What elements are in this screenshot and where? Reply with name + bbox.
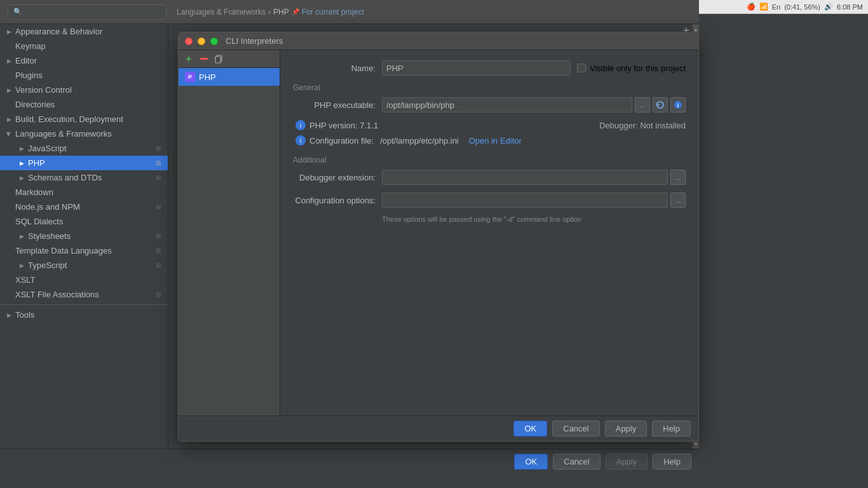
name-label: Name:: [293, 64, 376, 73]
sidebar-item-directories[interactable]: Directories: [0, 97, 168, 112]
sidebar-label: Stylesheets: [28, 231, 71, 241]
sidebar-item-languages[interactable]: ▶ Languages & Frameworks: [0, 126, 168, 141]
sidebar-item-markdown[interactable]: Markdown: [0, 185, 168, 200]
minimize-window-button[interactable]: [198, 37, 205, 45]
settings-apply-button[interactable]: Apply: [606, 454, 648, 470]
sidebar-item-editor[interactable]: ▶ Editor: [0, 53, 168, 68]
sidebar-item-xslt-file[interactable]: XSLT File Associations ⊞: [0, 287, 168, 302]
remove-interpreter-button[interactable]: [198, 53, 210, 65]
badge-icon: ⊞: [154, 232, 163, 241]
breadcrumb-parent: Languages & Frameworks: [177, 8, 266, 17]
settings-header: 🔍 Languages & Frameworks › PHP 📌 For cur…: [0, 0, 699, 24]
sidebar-item-php[interactable]: ▶ PHP ⊞: [0, 156, 168, 170]
php-executable-row: PHP executable: ...: [293, 97, 686, 112]
sidebar-label: XSLT: [15, 275, 36, 285]
add-interpreter-button[interactable]: +: [182, 53, 195, 65]
settings-bottom-bar: OK Cancel Apply Help: [0, 449, 699, 474]
php-executable-help-button[interactable]: i: [670, 97, 686, 112]
sidebar-item-javascript[interactable]: ▶ JavaScript ⊞: [0, 141, 168, 156]
debugger-extension-input[interactable]: [382, 170, 668, 185]
close-window-button[interactable]: [185, 37, 193, 45]
dialog-cancel-button[interactable]: Cancel: [552, 421, 599, 437]
settings-ok-button[interactable]: OK: [514, 454, 548, 470]
php-executable-input-group: ... i: [382, 97, 686, 112]
sidebar-label: Markdown: [15, 187, 53, 197]
interpreter-list: P PHP: [179, 68, 280, 416]
debugger-extension-browse-button[interactable]: ...: [670, 170, 686, 185]
visible-only-checkbox[interactable]: [577, 64, 586, 72]
sidebar-item-sql[interactable]: SQL Dialects: [0, 214, 168, 229]
sidebar-label: Version Control: [15, 85, 72, 95]
info-icon: i: [295, 120, 306, 130]
config-options-label: Configuration options:: [293, 196, 376, 205]
sidebar-item-appearance[interactable]: ▶ Appearance & Behavior: [0, 24, 168, 39]
sidebar-label: JavaScript: [28, 144, 67, 153]
dialog-help-button[interactable]: Help: [652, 421, 691, 437]
arrow-icon: ▶: [18, 262, 25, 269]
copy-interpreter-button[interactable]: [213, 53, 226, 65]
dialog-title: CLI Interpreters: [226, 36, 283, 46]
sidebar-item-typescript[interactable]: ▶ TypeScript ⊞: [0, 258, 168, 273]
sidebar-item-stylesheets[interactable]: ▶ Stylesheets ⊞: [0, 229, 168, 243]
settings-help-button[interactable]: Help: [653, 454, 691, 470]
sidebar-label: Editor: [15, 56, 37, 65]
sidebar-label: Appearance & Behavior: [15, 27, 102, 36]
debugger-extension-label: Debugger extension:: [293, 173, 376, 182]
php-executable-browse-button[interactable]: ...: [635, 97, 650, 112]
php-executable-input[interactable]: [382, 97, 632, 112]
for-project: 📌 For current project: [292, 8, 364, 17]
name-row: Name: Visible only for this project: [293, 60, 686, 76]
battery-status: (0:41, 56%): [784, 3, 820, 11]
sidebar-item-nodejs[interactable]: Node.js and NPM ⊞: [0, 200, 168, 214]
configuration-options-row: Configuration options: ...: [293, 193, 686, 208]
sidebar-item-tools[interactable]: ▶ Tools: [0, 308, 168, 322]
macos-icon: 🍎: [747, 3, 756, 11]
help-note: These options will be passed using the "…: [382, 215, 686, 223]
interpreter-detail: Name: Visible only for this project Gene…: [280, 50, 698, 416]
badge-icon: ⊞: [154, 173, 163, 182]
sidebar-item-build[interactable]: ▶ Build, Execution, Deployment: [0, 112, 168, 126]
open-in-editor-link[interactable]: Open in Editor: [469, 136, 522, 146]
interpreter-toolbar: +: [179, 50, 280, 68]
dialog-ok-button[interactable]: OK: [513, 421, 547, 437]
sidebar-item-schemas[interactable]: ▶ Schemas and DTDs ⊞: [0, 170, 168, 185]
arrow-icon: ▶: [5, 57, 13, 65]
dialog-apply-button[interactable]: Apply: [605, 421, 648, 437]
debugger-extension-row: Debugger extension: ...: [293, 170, 686, 185]
cli-interpreters-dialog: CLI Interpreters +: [178, 32, 699, 442]
visible-only-label: Visible only for this project: [590, 64, 686, 73]
clock: 6:08 PM: [837, 3, 863, 11]
arrow-icon: ▶: [5, 130, 13, 138]
config-options-input[interactable]: [382, 193, 668, 208]
ide-container: 🔍 Languages & Frameworks › PHP 📌 For cur…: [0, 14, 868, 488]
sidebar-item-version-control[interactable]: ▶ Version Control: [0, 83, 168, 97]
sidebar-label: PHP: [28, 158, 45, 168]
sidebar-item-template-data[interactable]: Template Data Languages ⊞: [0, 243, 168, 258]
dialog-bottom-bar: OK Cancel Apply Help: [179, 416, 698, 441]
badge-icon: ⊞: [154, 203, 163, 212]
php-version-row: i PHP version: 7.1.1 Debugger: Not insta…: [295, 120, 686, 130]
config-options-browse-button[interactable]: ...: [670, 193, 686, 208]
sidebar-item-xslt[interactable]: XSLT: [0, 273, 168, 287]
settings-cancel-button[interactable]: Cancel: [553, 454, 600, 470]
interpreter-item-php[interactable]: P PHP: [179, 68, 280, 86]
badge-icon: ⊞: [154, 247, 163, 255]
php-executable-refresh-button[interactable]: [653, 97, 668, 112]
sidebar-item-plugins[interactable]: Plugins: [0, 68, 168, 83]
sidebar-label: Plugins: [15, 71, 43, 80]
sidebar-item-keymap[interactable]: Keymap: [0, 39, 168, 53]
sidebar-label: Tools: [15, 310, 34, 320]
php-executable-label: PHP executable:: [293, 100, 376, 110]
php-version-text: PHP version: 7.1.1: [309, 121, 378, 130]
sidebar-label: Directories: [15, 100, 55, 109]
name-input[interactable]: [382, 60, 571, 76]
svg-rect-2: [215, 57, 220, 63]
svg-rect-0: [200, 58, 208, 60]
maximize-window-button[interactable]: [210, 37, 218, 45]
settings-search[interactable]: 🔍: [8, 4, 166, 20]
breadcrumb-current: PHP: [273, 8, 289, 17]
arrow-icon: ▶: [5, 116, 13, 123]
sidebar-label: XSLT File Associations: [15, 290, 99, 299]
dialog-titlebar: CLI Interpreters: [179, 32, 698, 50]
config-file-label: Configuration file:: [309, 136, 374, 146]
